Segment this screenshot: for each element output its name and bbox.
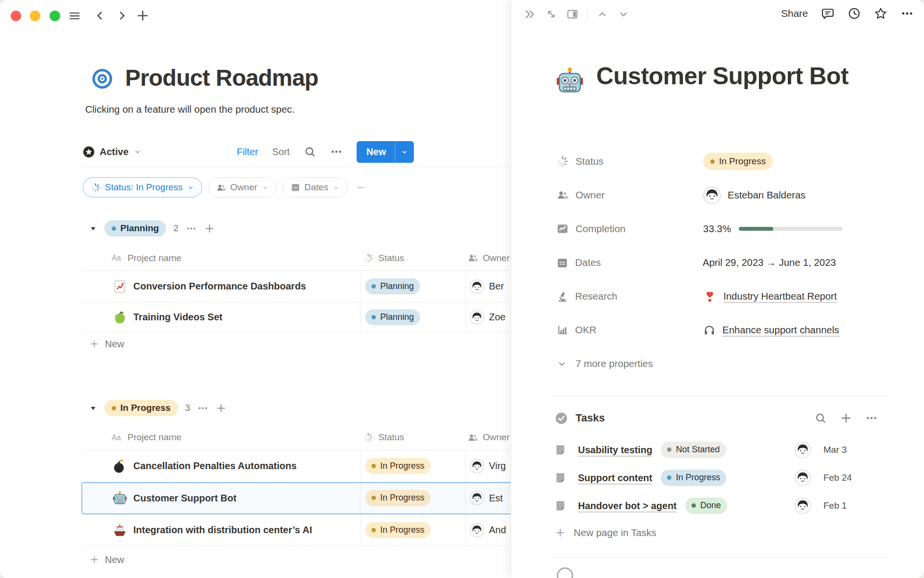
task-status-pill[interactable]: Not Started [661,442,726,458]
favorite-star-icon[interactable] [874,7,887,20]
status-pill[interactable]: Planning [365,278,420,294]
group-pill-in-progress[interactable]: In Progress [104,400,178,417]
more-options-icon[interactable] [330,145,343,158]
add-task-icon[interactable] [840,412,852,424]
status-pill[interactable]: Planning [365,309,420,325]
group-add-icon[interactable] [216,403,227,414]
project-title[interactable]: Integration with distribution center’s A… [133,525,312,536]
property-row-research[interactable]: Research Industry Heartbeat Report [511,279,924,313]
new-row-button[interactable]: New [83,546,511,573]
updates-clock-icon[interactable] [847,7,861,20]
status-dot [667,447,671,452]
people-icon [467,252,478,263]
side-peek-mode-icon[interactable] [566,8,579,21]
task-status-pill[interactable]: Done [685,498,727,513]
filter-button[interactable]: Filter [237,146,258,158]
peek-controls [524,8,630,21]
page-icon-robot[interactable] [556,66,584,94]
property-row-owner[interactable]: Owner Esteban Balderas [511,178,924,212]
table-row[interactable]: Integration with distribution center’s A… [83,514,511,546]
project-title[interactable]: Customer Support Bot [133,493,236,504]
task-row[interactable]: Handover bot > agent Done Feb 1 [511,492,924,520]
more-options-icon[interactable] [865,412,878,424]
column-header-owner[interactable]: Owner [483,253,510,263]
comments-icon[interactable] [821,7,834,20]
status-pill[interactable]: In Progress [365,490,431,506]
column-header-status[interactable]: Status [378,253,404,263]
filter-chip-owner[interactable]: Owner [208,177,277,197]
new-button-label[interactable]: New [357,141,395,163]
okr-page-link[interactable]: Enhance support channels [722,324,839,336]
page-icon [555,444,567,456]
minimize-window-button[interactable] [30,11,40,21]
task-status-pill[interactable]: In Progress [661,470,726,486]
task-title[interactable]: Support content [578,473,652,484]
task-row[interactable]: Support content In Progress Feb 24 [511,464,924,492]
status-dot [372,528,376,532]
project-title[interactable]: Cancellation Penalties Automations [133,460,296,472]
new-page-in-tasks-label: New page in Tasks [574,527,656,539]
page-description[interactable]: Clicking on a feature will open the prod… [85,104,295,115]
property-row-status[interactable]: Status In Progress [511,144,924,178]
zoom-window-button[interactable] [50,11,60,21]
next-page-chevron-icon[interactable] [617,8,630,21]
open-full-page-icon[interactable] [545,8,558,21]
peek-page-title[interactable]: Customer Support Bot [596,58,880,94]
filter-chip-status[interactable]: Status: In Progress [83,177,202,197]
forward-icon[interactable] [116,9,128,22]
previous-page-chevron-icon[interactable] [596,8,609,21]
page-icon-bullseye[interactable] [91,67,114,90]
group-pill-planning[interactable]: Planning [104,220,166,237]
group-toggle-icon[interactable] [89,404,97,412]
property-row-completion[interactable]: Completion 33.3% [511,212,924,246]
status-pill[interactable]: In Progress [365,522,431,538]
status-pill[interactable]: In Progress [365,458,431,474]
back-icon[interactable] [93,9,106,22]
search-icon[interactable] [814,412,827,424]
microscope-icon [556,290,568,302]
task-row[interactable]: Usability testing Not Started Mar 3 [511,436,924,464]
close-peek-double-chevron-icon[interactable] [524,8,537,21]
new-button-chevron-icon[interactable] [395,141,414,163]
new-button[interactable]: New [357,141,414,163]
status-dot [372,496,376,500]
column-header-status[interactable]: Status [378,432,404,443]
table-row[interactable]: Cancellation Penalties Automations In Pr… [83,450,511,482]
owner-name: And [489,525,506,536]
task-title[interactable]: Handover bot > agent [578,500,677,512]
sidebar-menu-icon[interactable] [68,9,81,23]
column-header-owner[interactable]: Owner [483,432,510,443]
properties-list: Status In Progress Owner Esteban Baldera… [511,144,924,347]
more-properties-button[interactable]: 7 more properties [556,353,653,375]
sort-button[interactable]: Sort [272,146,290,158]
project-title[interactable]: Conversion Performance Dashboards [133,281,306,292]
new-tab-icon[interactable] [136,9,150,23]
search-icon[interactable] [304,145,316,158]
tasks-section-title[interactable]: Tasks [576,412,605,424]
more-options-icon[interactable] [900,7,914,20]
close-window-button[interactable] [11,11,21,21]
owner-name: Zoe [489,312,505,323]
view-tab-active[interactable]: Active [83,141,142,163]
new-page-in-tasks-button[interactable]: New page in Tasks [555,519,656,547]
table-row[interactable]: Training Videos Set Planning Zoe [83,302,511,332]
status-pill[interactable]: In Progress [703,153,773,171]
group-toggle-icon[interactable] [89,224,97,233]
table-row-selected[interactable]: Customer Support Bot In Progress Est [83,482,511,514]
research-page-link[interactable]: Industry Heartbeat Report [723,290,837,302]
property-row-dates[interactable]: Dates April 29, 2023 → June 1, 2023 [511,246,924,279]
share-button[interactable]: Share [781,8,808,19]
column-header-name[interactable]: Project name [128,253,181,263]
new-row-button[interactable]: New [83,332,511,355]
group-add-icon[interactable] [204,223,215,234]
table-row[interactable]: Conversion Performance Dashboards Planni… [83,271,511,302]
column-header-name[interactable]: Project name [128,432,181,443]
group-more-icon[interactable] [197,403,208,414]
avatar [795,470,811,486]
filter-chip-dates[interactable]: Dates [283,177,348,197]
property-row-okr[interactable]: OKR Enhance support channels [511,313,924,347]
project-title[interactable]: Training Videos Set [133,312,222,323]
status-dot [372,284,376,289]
task-title[interactable]: Usability testing [578,445,652,456]
group-more-icon[interactable] [186,223,197,234]
